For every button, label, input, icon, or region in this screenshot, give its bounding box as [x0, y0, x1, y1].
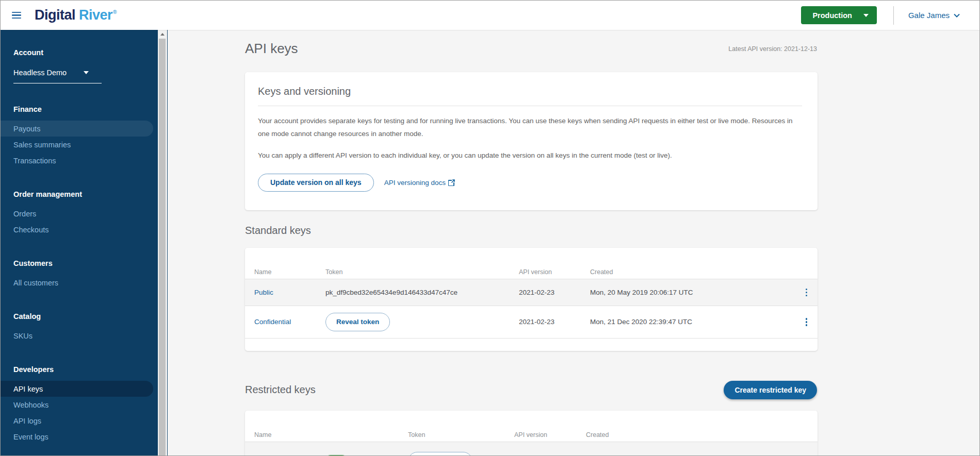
appbar-divider — [893, 6, 894, 25]
column-header-token: Token — [408, 431, 514, 438]
key-token-value: pk_df9cbed32e65434e9d146433d47c47ce — [325, 289, 519, 296]
logo-text-digital: Digital — [35, 7, 75, 23]
key-api-version: 2021-02-23 — [519, 318, 590, 326]
user-menu[interactable]: Gale James — [908, 11, 960, 20]
sidebar-item-api-keys[interactable]: API keys — [1, 381, 153, 397]
keys-versioning-title: Keys and versioning — [258, 86, 802, 97]
kebab-menu-icon[interactable] — [803, 316, 811, 328]
sidebar: Account Headless Demo Finance Payouts Sa… — [1, 30, 158, 456]
kebab-menu-icon[interactable] — [803, 286, 811, 299]
user-name: Gale James — [908, 11, 950, 20]
environment-dropdown-button[interactable]: Production — [801, 6, 877, 24]
standard-keys-heading: Standard keys — [245, 225, 817, 237]
table-row: Public pk_df9cbed32e65434e9d146433d47c47… — [245, 279, 818, 306]
reveal-token-button[interactable]: Reveal token — [408, 452, 472, 456]
sidebar-section-developers: Developers — [1, 365, 158, 374]
sidebar-item-orders[interactable]: Orders — [1, 206, 153, 222]
sidebar-item-webhooks[interactable]: Webhooks — [1, 397, 153, 413]
key-name-link[interactable]: Public — [254, 289, 325, 296]
scrollbar-up-arrow[interactable] — [158, 30, 167, 39]
standard-keys-table-header: Name Token API version Created — [245, 265, 818, 279]
key-api-version: 2021-02-23 — [519, 289, 590, 296]
latest-api-version: Latest API version: 2021-12-13 — [728, 45, 817, 53]
sidebar-scrollbar[interactable] — [158, 30, 168, 456]
chevron-down-icon — [863, 14, 869, 17]
column-header-name: Name — [254, 268, 325, 276]
account-selector[interactable]: Headless Demo — [1, 69, 102, 77]
account-selector-underline — [13, 83, 102, 83]
account-selector-label: Headless Demo — [13, 69, 67, 77]
column-header-token: Token — [325, 268, 519, 276]
keys-versioning-paragraph-2: You can apply a different API version to… — [258, 149, 802, 162]
card-divider — [258, 106, 802, 106]
reveal-token-button[interactable]: Reveal token — [325, 313, 390, 331]
sidebar-section-catalog: Catalog — [1, 312, 158, 320]
sidebar-item-api-logs[interactable]: API logs — [1, 413, 153, 429]
registered-trademark: ® — [113, 9, 117, 15]
keys-versioning-paragraph-1: Your account provides separate keys for … — [258, 115, 802, 141]
sidebar-item-transactions[interactable]: Transactions — [1, 153, 153, 168]
table-row: Confidential Reveal token 2021-02-23 Mon… — [245, 306, 818, 339]
key-name-link[interactable]: Confidential — [254, 318, 325, 326]
restricted-keys-card: Name Token API version Created Gale's re… — [245, 411, 818, 456]
sidebar-section-account: Account — [1, 48, 158, 57]
create-restricted-key-button[interactable]: Create restricted key — [724, 381, 817, 399]
column-header-created: Created — [586, 431, 790, 438]
column-header-api-version: API version — [514, 431, 586, 438]
column-header-name: Name — [254, 431, 408, 438]
api-versioning-docs-link[interactable]: API versioning docs — [384, 179, 455, 187]
sidebar-section-customers: Customers — [1, 259, 158, 267]
key-created: Mon, 21 Dec 2020 22:39:47 UTC — [590, 318, 790, 326]
sidebar-item-skus[interactable]: SKUs — [1, 328, 153, 344]
digital-river-logo: Digital River ® — [35, 7, 117, 23]
page-title: API keys — [245, 41, 298, 57]
app-bar: Digital River ® Production Gale James — [1, 1, 979, 30]
sidebar-item-payouts[interactable]: Payouts — [1, 121, 153, 137]
update-version-button[interactable]: Update version on all keys — [258, 174, 374, 192]
scrollbar-thumb[interactable] — [159, 39, 166, 456]
standard-keys-card: Name Token API version Created Public pk… — [245, 248, 818, 351]
hamburger-menu-icon[interactable] — [12, 12, 21, 19]
keys-and-versioning-card: Keys and versioning Your account provide… — [245, 72, 818, 210]
sidebar-item-sales-summaries[interactable]: Sales summaries — [1, 137, 153, 153]
logo-text-river: River — [79, 7, 112, 23]
sidebar-item-all-customers[interactable]: All customers — [1, 275, 153, 291]
sidebar-section-order-management: Order management — [1, 190, 158, 198]
api-versioning-docs-label: API versioning docs — [384, 179, 446, 187]
chevron-down-icon — [84, 71, 89, 74]
sidebar-section-finance: Finance — [1, 105, 158, 113]
column-header-created: Created — [590, 268, 790, 276]
external-link-icon — [448, 179, 455, 186]
sidebar-item-event-logs[interactable]: Event logs — [1, 429, 153, 445]
restricted-keys-table-header: Name Token API version Created — [245, 428, 818, 442]
key-created: Mon, 20 May 2019 20:06:17 UTC — [590, 289, 790, 296]
sidebar-item-checkouts[interactable]: Checkouts — [1, 222, 153, 238]
restricted-keys-heading: Restricted keys — [245, 384, 316, 396]
main-content: API keys Latest API version: 2021-12-13 … — [168, 30, 979, 456]
chevron-down-icon — [954, 13, 960, 18]
column-header-api-version: API version — [519, 268, 590, 276]
environment-label: Production — [812, 11, 852, 20]
table-row: Gale's restricted key NEW Reveal token 2… — [245, 442, 818, 456]
